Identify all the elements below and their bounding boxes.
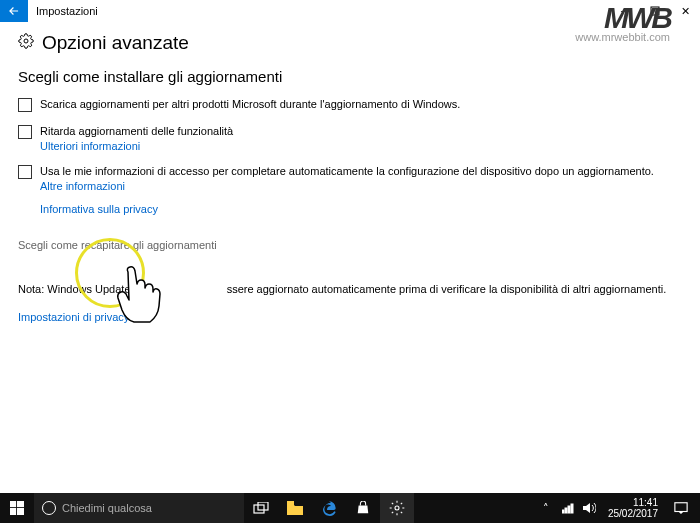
tray-volume-icon[interactable] (582, 502, 598, 514)
taskbar-app-explorer[interactable] (278, 493, 312, 523)
svg-rect-3 (17, 501, 24, 507)
page-content: Opzioni avanzate Scegli come installare … (0, 22, 700, 323)
checkbox-defer-updates[interactable] (18, 125, 32, 139)
taskbar-app-store[interactable] (346, 493, 380, 523)
taskbar-app-edge[interactable] (312, 493, 346, 523)
tray-network-icon[interactable] (560, 502, 576, 514)
link-privacy-statement[interactable]: Informativa sulla privacy (40, 203, 682, 215)
cortana-icon (42, 501, 56, 515)
system-tray: ˄ 11:41 25/02/2017 (538, 493, 700, 523)
svg-rect-11 (565, 508, 567, 513)
svg-rect-5 (17, 508, 24, 515)
checkbox-auto-setup[interactable] (18, 165, 32, 179)
link-privacy-settings[interactable]: Impostazioni di privacy (18, 311, 682, 323)
page-title: Opzioni avanzate (42, 32, 189, 54)
svg-rect-7 (258, 502, 268, 510)
note-text: Nota: Windows Update ssere aggiornato au… (18, 283, 682, 295)
svg-point-9 (395, 506, 399, 510)
svg-rect-8 (287, 501, 294, 505)
svg-rect-4 (10, 508, 16, 515)
close-button[interactable]: ✕ (670, 0, 700, 22)
action-center-button[interactable] (668, 501, 694, 515)
taskview-button[interactable] (244, 493, 278, 523)
svg-rect-0 (651, 7, 659, 15)
taskbar-clock[interactable]: 11:41 25/02/2017 (604, 497, 662, 519)
gear-icon (18, 33, 34, 53)
window-titlebar: Impostazioni ─ ✕ (0, 0, 700, 22)
window-title: Impostazioni (28, 0, 610, 22)
label-microsoft-products: Scarica aggiornamenti per altri prodotti… (40, 97, 460, 112)
search-placeholder: Chiedimi qualcosa (62, 502, 152, 514)
maximize-button[interactable] (640, 0, 670, 22)
svg-rect-14 (675, 503, 687, 512)
taskbar: Chiedimi qualcosa ˄ 11:41 25/ (0, 493, 700, 523)
svg-rect-13 (571, 504, 573, 513)
start-button[interactable] (0, 493, 34, 523)
svg-rect-6 (254, 505, 264, 513)
label-auto-setup: Usa le mie informazioni di accesso per c… (40, 164, 654, 179)
svg-rect-10 (562, 510, 564, 513)
label-defer-updates: Ritarda aggiornamenti delle funzionalità (40, 124, 233, 139)
tray-chevron-icon[interactable]: ˄ (538, 502, 554, 515)
link-auto-setup-more-info[interactable]: Altre informazioni (40, 179, 654, 194)
taskbar-app-settings[interactable] (380, 493, 414, 523)
svg-rect-12 (568, 506, 570, 513)
link-defer-more-info[interactable]: Ulteriori informazioni (40, 139, 233, 154)
section-title: Scegli come installare gli aggiornamenti (18, 68, 682, 85)
link-delivery-optimization[interactable]: Scegli come recapitare gli aggiornamenti (18, 239, 682, 251)
back-button[interactable] (0, 0, 28, 22)
checkbox-microsoft-products[interactable] (18, 98, 32, 112)
svg-rect-2 (10, 501, 16, 507)
search-box[interactable]: Chiedimi qualcosa (34, 493, 244, 523)
minimize-button[interactable]: ─ (610, 0, 640, 22)
svg-point-1 (24, 39, 28, 43)
